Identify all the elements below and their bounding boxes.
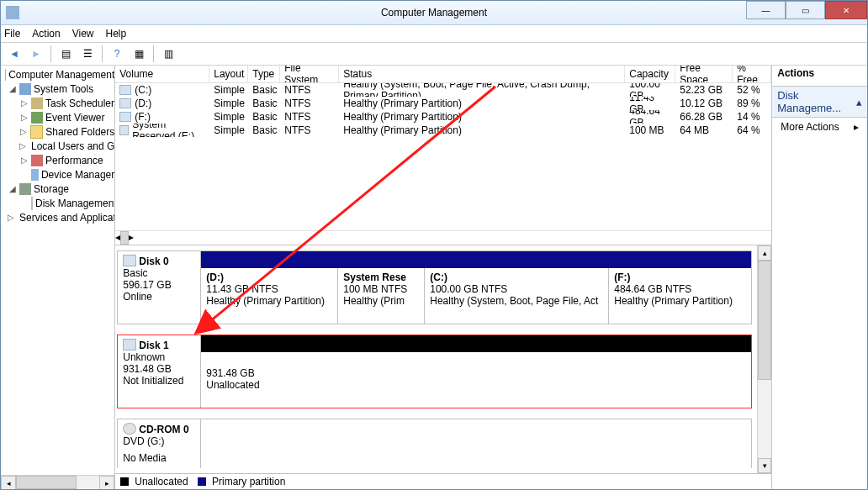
refresh-button[interactable]: ▦	[129, 44, 149, 64]
scrollbar-thumb[interactable]	[758, 261, 771, 380]
back-button[interactable]: ◄	[4, 44, 24, 64]
partition-unallocated[interactable]: 931.48 GBUnallocated	[201, 352, 751, 408]
col-status[interactable]: Status	[339, 66, 625, 82]
volume-scrollbar[interactable]: ◂ ▸	[115, 230, 771, 245]
scrollbar-thumb[interactable]	[120, 231, 129, 245]
disk-0-partitions: (D:)11.43 GB NTFSHealthy (Primary Partit…	[201, 251, 751, 324]
partition-d[interactable]: (D:)11.43 GB NTFSHealthy (Primary Partit…	[201, 268, 338, 324]
maximize-button[interactable]: ▭	[786, 1, 825, 19]
close-button[interactable]: ✕	[825, 1, 867, 19]
volume-type: Basic	[248, 110, 280, 124]
details-pane: Volume Layout Type File System Status Ca…	[115, 66, 772, 489]
legend: Unallocated Primary partition	[115, 473, 771, 489]
scroll-left-button[interactable]: ◂	[1, 476, 16, 489]
volume-filesystem: NTFS	[280, 83, 339, 97]
volume-row[interactable]: (F:)SimpleBasicNTFSHealthy (Primary Part…	[115, 110, 771, 124]
volume-rows[interactable]: (C:)SimpleBasicNTFSHealthy (System, Boot…	[115, 83, 771, 230]
scrollbar-track[interactable]	[758, 380, 771, 458]
tree-storage[interactable]: ◢Storage	[1, 182, 114, 196]
actions-pane: Actions Disk Manageme...▴ More Actions▸	[772, 66, 867, 489]
volume-row[interactable]: System Reserved (E:)SimpleBasicNTFSHealt…	[115, 124, 771, 137]
volume-free: 64 MB	[675, 124, 733, 137]
menu-file[interactable]: File	[4, 28, 20, 40]
partition-f[interactable]: (F:)484.64 GB NTFSHealthy (Primary Parti…	[609, 268, 751, 324]
scrollbar-thumb[interactable]	[16, 476, 77, 489]
tree-disk-management[interactable]: Disk Management	[1, 196, 114, 210]
disk-size: 931.48 GB	[123, 363, 195, 375]
tree-label: Event Viewer	[45, 112, 104, 124]
graphical-scrollbar[interactable]: ▴ ▾	[757, 245, 771, 473]
tree-shared-folders[interactable]: ▷Shared Folders	[1, 124, 114, 139]
tree-services-apps[interactable]: ▷Services and Applications	[1, 210, 114, 224]
volume-row[interactable]: (D:)SimpleBasicNTFSHealthy (Primary Part…	[115, 97, 771, 110]
collapse-icon[interactable]: ◢	[8, 184, 17, 193]
partition-c[interactable]: (C:)100.00 GB NTFSHealthy (System, Boot,…	[425, 268, 609, 324]
expand-icon[interactable]: ▷	[19, 141, 26, 150]
refresh-icon: ▦	[135, 48, 144, 60]
expand-icon[interactable]: ▷	[19, 155, 29, 165]
col-layout[interactable]: Layout	[209, 66, 248, 82]
disk-0-info: Disk 0 Basic 596.17 GB Online	[118, 251, 201, 324]
show-hide-tree-button[interactable]: ▤	[56, 44, 76, 64]
scroll-right-button[interactable]: ▸	[99, 476, 114, 489]
col-type[interactable]: Type	[248, 66, 280, 82]
volume-row[interactable]: (C:)SimpleBasicNTFSHealthy (System, Boot…	[115, 83, 771, 97]
chevron-right-icon: ▸	[854, 121, 859, 133]
scroll-right-button[interactable]: ▸	[129, 231, 134, 245]
help-button[interactable]: ?	[107, 44, 127, 64]
actions-more[interactable]: More Actions▸	[772, 118, 867, 136]
col-capacity[interactable]: Capacity	[625, 66, 675, 82]
menu-bar: File Action View Help	[1, 25, 867, 43]
actions-section[interactable]: Disk Manageme...▴	[772, 87, 867, 118]
partition-system-reserved[interactable]: System Rese100 MB NTFSHealthy (Prim	[338, 268, 425, 324]
disk-1[interactable]: Disk 1 Unknown 931.48 GB Not Initialized…	[117, 335, 752, 408]
col-percent-free[interactable]: % Free	[733, 66, 771, 82]
tools-icon	[19, 83, 31, 95]
expand-icon[interactable]: ▷	[8, 213, 14, 222]
window-buttons: — ▭ ✕	[746, 1, 867, 24]
tree-system-tools[interactable]: ◢System Tools	[1, 82, 114, 96]
disk-0[interactable]: Disk 0 Basic 596.17 GB Online (D:)11.43 …	[117, 250, 752, 324]
partition-size: 484.64 GB NTFS	[614, 283, 746, 295]
menu-action[interactable]: Action	[32, 28, 60, 40]
tree-label: Local Users and Groups	[31, 140, 114, 152]
folder-icon	[30, 125, 43, 139]
expand-icon[interactable]: ▷	[19, 98, 29, 108]
legend-primary-swatch	[198, 477, 206, 486]
tree-device-manager[interactable]: Device Manager	[1, 167, 114, 182]
scrollbar-track[interactable]	[77, 476, 99, 489]
expand-icon[interactable]: ▷	[19, 127, 28, 136]
cdrom-partitions	[201, 419, 751, 468]
disk-status: Not Initialized	[123, 375, 195, 387]
minimize-button[interactable]: —	[746, 1, 786, 19]
col-filesystem[interactable]: File System	[280, 66, 339, 82]
extra-button[interactable]: ▥	[158, 44, 178, 64]
tree-task-scheduler[interactable]: ▷Task Scheduler	[1, 96, 114, 110]
volume-free: 52.23 GB	[675, 83, 733, 97]
volume-capacity: 100 MB	[625, 124, 675, 137]
col-volume[interactable]: Volume	[115, 66, 209, 82]
collapse-icon[interactable]: ◢	[8, 84, 17, 93]
disk-status: No Media	[123, 452, 195, 464]
properties-button[interactable]: ☰	[77, 44, 98, 64]
scroll-up-button[interactable]: ▴	[758, 245, 771, 261]
disk-graphical-view: Disk 0 Basic 596.17 GB Online (D:)11.43 …	[115, 245, 771, 473]
tree-label: Performance	[45, 155, 103, 166]
forward-button[interactable]: ►	[26, 44, 46, 64]
tree-local-users[interactable]: ▷Local Users and Groups	[1, 139, 114, 153]
volume-icon	[119, 125, 129, 135]
volume-name: System Reserved (E:)	[132, 124, 205, 137]
menu-help[interactable]: Help	[106, 28, 127, 40]
tree-root[interactable]: Computer Management	[1, 67, 114, 82]
menu-view[interactable]: View	[72, 28, 94, 40]
tree-event-viewer[interactable]: ▷Event Viewer	[1, 110, 114, 124]
legend-unallocated-swatch	[120, 477, 129, 486]
volume-capacity: 484.64 GB	[625, 110, 675, 124]
expand-icon[interactable]: ▷	[19, 113, 29, 122]
console-tree[interactable]: Computer Management ◢System Tools ▷Task …	[1, 66, 114, 475]
tree-performance[interactable]: ▷Performance	[1, 153, 114, 167]
cdrom-0[interactable]: CD-ROM 0 DVD (G:) No Media	[117, 419, 752, 468]
tree-scrollbar[interactable]: ◂ ▸	[1, 475, 114, 489]
col-free-space[interactable]: Free Space	[675, 66, 733, 82]
scroll-down-button[interactable]: ▾	[758, 458, 771, 473]
